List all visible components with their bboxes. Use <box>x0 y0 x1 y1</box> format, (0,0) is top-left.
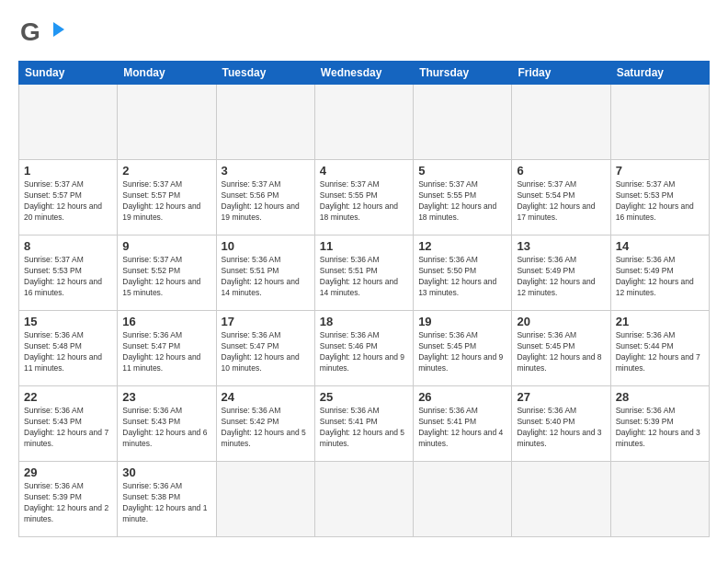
calendar-cell: 26Sunrise: 5:36 AMSunset: 5:41 PMDayligh… <box>414 386 512 462</box>
day-info: Sunrise: 5:36 AMSunset: 5:39 PMDaylight:… <box>616 406 704 450</box>
day-info: Sunrise: 5:37 AMSunset: 5:53 PMDaylight:… <box>24 255 112 299</box>
day-info: Sunrise: 5:36 AMSunset: 5:39 PMDaylight:… <box>24 481 112 525</box>
calendar-cell: 15Sunrise: 5:36 AMSunset: 5:48 PMDayligh… <box>19 311 118 386</box>
day-info: Sunrise: 5:37 AMSunset: 5:57 PMDaylight:… <box>24 179 112 224</box>
day-info: Sunrise: 5:37 AMSunset: 5:52 PMDaylight:… <box>122 255 210 299</box>
calendar-cell: 19Sunrise: 5:36 AMSunset: 5:45 PMDayligh… <box>414 311 512 386</box>
day-info: Sunrise: 5:36 AMSunset: 5:44 PMDaylight:… <box>616 330 704 374</box>
day-number: 18 <box>320 315 408 328</box>
day-number: 10 <box>222 239 310 253</box>
calendar-cell: 10Sunrise: 5:36 AMSunset: 5:51 PMDayligh… <box>216 236 314 311</box>
day-number: 27 <box>517 390 605 404</box>
calendar-cell: 29Sunrise: 5:36 AMSunset: 5:39 PMDayligh… <box>19 462 118 537</box>
calendar-cell: 23Sunrise: 5:36 AMSunset: 5:43 PMDayligh… <box>118 386 216 462</box>
calendar-cell <box>314 85 413 160</box>
calendar-cell: 11Sunrise: 5:36 AMSunset: 5:51 PMDayligh… <box>314 236 413 311</box>
day-info: Sunrise: 5:36 AMSunset: 5:38 PMDaylight:… <box>122 481 210 525</box>
day-info: Sunrise: 5:36 AMSunset: 5:49 PMDaylight:… <box>616 255 704 299</box>
day-header: Sunday <box>19 62 118 85</box>
day-info: Sunrise: 5:36 AMSunset: 5:51 PMDaylight:… <box>222 255 310 299</box>
day-number: 21 <box>616 315 704 328</box>
day-info: Sunrise: 5:36 AMSunset: 5:45 PMDaylight:… <box>418 330 506 374</box>
calendar-cell <box>512 85 610 160</box>
day-number: 15 <box>24 315 112 328</box>
calendar-cell: 22Sunrise: 5:36 AMSunset: 5:43 PMDayligh… <box>19 386 118 462</box>
calendar-cell: 30Sunrise: 5:36 AMSunset: 5:38 PMDayligh… <box>118 462 216 537</box>
day-info: Sunrise: 5:36 AMSunset: 5:46 PMDaylight:… <box>320 330 408 374</box>
day-info: Sunrise: 5:36 AMSunset: 5:47 PMDaylight:… <box>122 330 210 374</box>
day-number: 30 <box>122 465 210 479</box>
day-number: 19 <box>418 315 506 328</box>
logo: G <box>18 15 63 55</box>
day-number: 7 <box>616 164 704 178</box>
day-info: Sunrise: 5:36 AMSunset: 5:43 PMDaylight:… <box>24 406 112 450</box>
calendar-cell: 7Sunrise: 5:37 AMSunset: 5:53 PMDaylight… <box>610 160 709 236</box>
header: G <box>18 15 710 55</box>
svg-marker-1 <box>53 22 64 37</box>
day-number: 8 <box>24 239 112 253</box>
day-number: 25 <box>320 390 408 404</box>
day-number: 11 <box>320 239 408 253</box>
day-info: Sunrise: 5:37 AMSunset: 5:54 PMDaylight:… <box>517 179 605 224</box>
day-info: Sunrise: 5:36 AMSunset: 5:41 PMDaylight:… <box>418 406 506 450</box>
day-number: 12 <box>418 239 506 253</box>
day-header: Saturday <box>610 62 709 85</box>
day-header: Friday <box>512 62 610 85</box>
calendar-cell: 20Sunrise: 5:36 AMSunset: 5:45 PMDayligh… <box>512 311 610 386</box>
calendar-cell: 12Sunrise: 5:36 AMSunset: 5:50 PMDayligh… <box>414 236 512 311</box>
day-header: Tuesday <box>216 62 314 85</box>
day-info: Sunrise: 5:36 AMSunset: 5:51 PMDaylight:… <box>320 255 408 299</box>
day-info: Sunrise: 5:36 AMSunset: 5:45 PMDaylight:… <box>517 330 605 374</box>
day-info: Sunrise: 5:36 AMSunset: 5:41 PMDaylight:… <box>320 406 408 450</box>
day-number: 5 <box>418 164 506 178</box>
calendar-cell: 16Sunrise: 5:36 AMSunset: 5:47 PMDayligh… <box>118 311 216 386</box>
day-number: 1 <box>24 164 112 178</box>
day-number: 6 <box>517 164 605 178</box>
calendar-cell: 17Sunrise: 5:36 AMSunset: 5:47 PMDayligh… <box>216 311 314 386</box>
day-number: 26 <box>418 390 506 404</box>
calendar-cell: 25Sunrise: 5:36 AMSunset: 5:41 PMDayligh… <box>314 386 413 462</box>
calendar-cell: 27Sunrise: 5:36 AMSunset: 5:40 PMDayligh… <box>512 386 610 462</box>
calendar-cell: 5Sunrise: 5:37 AMSunset: 5:55 PMDaylight… <box>414 160 512 236</box>
calendar-cell: 21Sunrise: 5:36 AMSunset: 5:44 PMDayligh… <box>610 311 709 386</box>
day-number: 4 <box>320 164 408 178</box>
calendar-cell <box>610 462 709 537</box>
day-number: 28 <box>616 390 704 404</box>
day-number: 3 <box>222 164 310 178</box>
calendar-cell: 8Sunrise: 5:37 AMSunset: 5:53 PMDaylight… <box>19 236 118 311</box>
calendar-cell <box>414 462 512 537</box>
day-number: 22 <box>24 390 112 404</box>
day-number: 17 <box>222 315 310 328</box>
day-number: 9 <box>122 239 210 253</box>
day-info: Sunrise: 5:36 AMSunset: 5:47 PMDaylight:… <box>222 330 310 374</box>
calendar-cell <box>512 462 610 537</box>
calendar-cell: 14Sunrise: 5:36 AMSunset: 5:49 PMDayligh… <box>610 236 709 311</box>
day-header: Wednesday <box>314 62 413 85</box>
day-header: Thursday <box>414 62 512 85</box>
day-number: 13 <box>517 239 605 253</box>
calendar-cell: 3Sunrise: 5:37 AMSunset: 5:56 PMDaylight… <box>216 160 314 236</box>
day-number: 2 <box>122 164 210 178</box>
day-info: Sunrise: 5:37 AMSunset: 5:53 PMDaylight:… <box>616 179 704 224</box>
day-info: Sunrise: 5:36 AMSunset: 5:40 PMDaylight:… <box>517 406 605 450</box>
day-info: Sunrise: 5:36 AMSunset: 5:49 PMDaylight:… <box>517 255 605 299</box>
day-info: Sunrise: 5:37 AMSunset: 5:56 PMDaylight:… <box>222 179 310 224</box>
day-info: Sunrise: 5:36 AMSunset: 5:48 PMDaylight:… <box>24 330 112 374</box>
day-number: 29 <box>24 465 112 479</box>
day-number: 23 <box>122 390 210 404</box>
day-info: Sunrise: 5:37 AMSunset: 5:57 PMDaylight:… <box>122 179 210 224</box>
day-number: 14 <box>616 239 704 253</box>
page: G SundayMondayTuesdayWednesdayThursdayFr… <box>0 0 728 563</box>
calendar-cell: 28Sunrise: 5:36 AMSunset: 5:39 PMDayligh… <box>610 386 709 462</box>
calendar-cell <box>19 85 118 160</box>
day-header: Monday <box>118 62 216 85</box>
calendar-cell <box>414 85 512 160</box>
day-info: Sunrise: 5:37 AMSunset: 5:55 PMDaylight:… <box>320 179 408 224</box>
day-number: 20 <box>517 315 605 328</box>
day-info: Sunrise: 5:36 AMSunset: 5:50 PMDaylight:… <box>418 255 506 299</box>
calendar: SundayMondayTuesdayWednesdayThursdayFrid… <box>18 61 710 537</box>
calendar-cell <box>314 462 413 537</box>
calendar-cell: 13Sunrise: 5:36 AMSunset: 5:49 PMDayligh… <box>512 236 610 311</box>
day-info: Sunrise: 5:36 AMSunset: 5:42 PMDaylight:… <box>222 406 310 450</box>
calendar-cell: 6Sunrise: 5:37 AMSunset: 5:54 PMDaylight… <box>512 160 610 236</box>
